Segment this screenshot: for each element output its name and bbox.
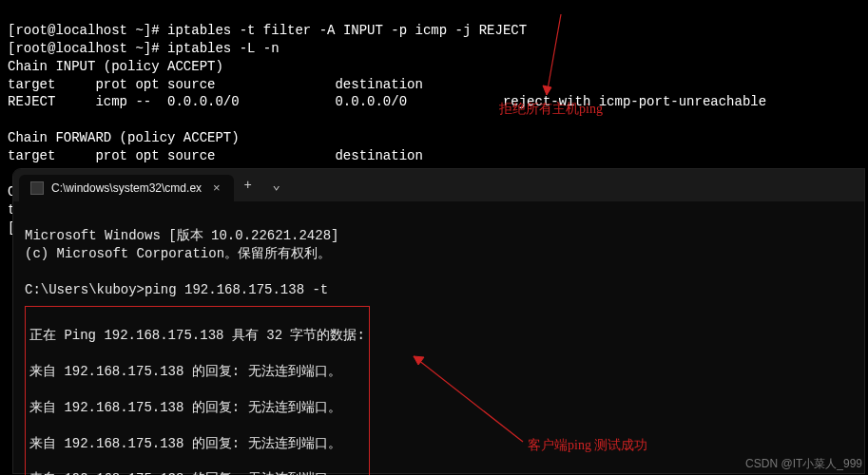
reject-rule: REJECT icmp -- 0.0.0.0/0 0.0.0.0/0 rejec… <box>8 94 766 109</box>
columns-header: target prot opt source destination <box>8 77 423 92</box>
annotation-text-1: 拒绝所有主机ping <box>499 101 603 119</box>
ping-output-box: 正在 Ping 192.168.175.138 具有 32 字节的数据: 来自 … <box>25 306 370 475</box>
ping-reply: 来自 192.168.175.138 的回复: 无法连到端口。 <box>29 363 365 381</box>
svg-line-2 <box>414 356 523 442</box>
annotation-arrow-1 <box>399 10 570 114</box>
chain-input-header: Chain INPUT (policy ACCEPT) <box>8 59 223 74</box>
new-tab-button[interactable]: + <box>234 177 262 195</box>
ping-header: 正在 Ping 192.168.175.138 具有 32 字节的数据: <box>29 327 365 345</box>
cmd-prompt: C:\Users\kuboy> <box>25 282 145 297</box>
close-icon[interactable]: × <box>209 180 224 197</box>
columns-header: target prot opt source destination <box>8 148 423 163</box>
banner-line: (c) Microsoft Corporation。保留所有权利。 <box>25 246 331 261</box>
ping-reply: 来自 192.168.175.138 的回复: 无法连到端口。 <box>29 470 365 475</box>
tab-title: C:\windows\system32\cmd.ex <box>51 180 202 196</box>
banner-line: Microsoft Windows [版本 10.0.22621.2428] <box>25 228 338 243</box>
annotation-text-2: 客户端ping 测试成功 <box>528 437 647 455</box>
tab-cmd[interactable]: C:\windows\system32\cmd.ex × <box>19 175 234 201</box>
svg-marker-1 <box>543 86 551 95</box>
ping-command: ping 192.168.175.138 -t <box>145 282 328 297</box>
ping-reply: 来自 192.168.175.138 的回复: 无法连到端口。 <box>29 399 365 417</box>
chain-forward-header: Chain FORWARD (policy ACCEPT) <box>8 130 240 145</box>
svg-line-0 <box>547 14 561 95</box>
watermark: CSDN @IT小菜人_999 <box>745 456 862 471</box>
shell-prompt: [root@localhost ~]# <box>8 23 160 38</box>
command-2: iptables -L -n <box>167 41 280 56</box>
ping-reply: 来自 192.168.175.138 的回复: 无法连到端口。 <box>29 435 365 453</box>
cmd-icon <box>30 181 44 195</box>
shell-prompt: [root@localhost ~]# <box>8 41 160 56</box>
titlebar: C:\windows\system32\cmd.ex × + ⌄ <box>13 169 864 201</box>
tab-dropdown-button[interactable]: ⌄ <box>262 177 291 195</box>
